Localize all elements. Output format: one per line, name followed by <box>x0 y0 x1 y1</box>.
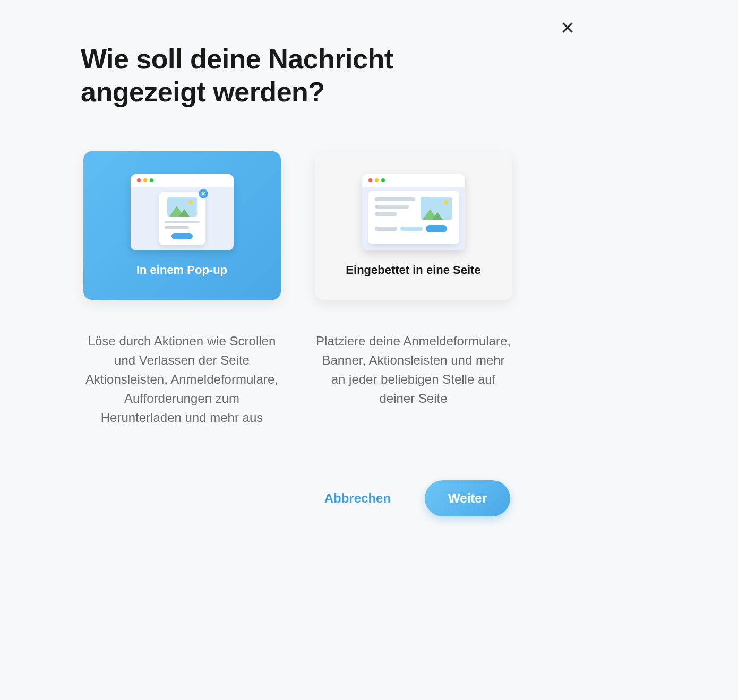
options-container: In einem Pop-up <box>21 151 574 300</box>
embedded-illustration <box>362 174 465 250</box>
option-embedded-label: Eingebettet in eine Seite <box>346 263 480 277</box>
close-button[interactable] <box>559 19 576 36</box>
descriptions-container: Löse durch Aktionen wie Scrollen und Ver… <box>21 332 574 427</box>
traffic-light-red-icon <box>137 178 141 182</box>
close-icon <box>561 21 574 34</box>
modal-dialog: Wie soll deine Nachricht angezeigt werde… <box>0 0 595 548</box>
popup-illustration <box>131 174 234 250</box>
traffic-light-yellow-icon <box>143 178 147 182</box>
modal-title: Wie soll deine Nachricht angezeigt werde… <box>81 42 516 109</box>
option-popup[interactable]: In einem Pop-up <box>83 151 281 300</box>
popup-close-icon <box>199 189 208 198</box>
traffic-light-red-icon <box>368 178 372 182</box>
option-embedded-description: Platziere deine Anmeldeformulare, Banner… <box>315 332 512 427</box>
option-popup-description: Löse durch Aktionen wie Scrollen und Ver… <box>83 332 281 427</box>
traffic-light-yellow-icon <box>375 178 379 182</box>
modal-footer: Abbrechen Weiter <box>21 480 574 516</box>
traffic-light-green-icon <box>150 178 153 182</box>
traffic-light-green-icon <box>381 178 385 182</box>
option-popup-label: In einem Pop-up <box>136 263 227 277</box>
option-embedded[interactable]: Eingebettet in eine Seite <box>315 151 512 300</box>
cancel-button[interactable]: Abbrechen <box>312 482 404 514</box>
continue-button[interactable]: Weiter <box>425 480 510 516</box>
